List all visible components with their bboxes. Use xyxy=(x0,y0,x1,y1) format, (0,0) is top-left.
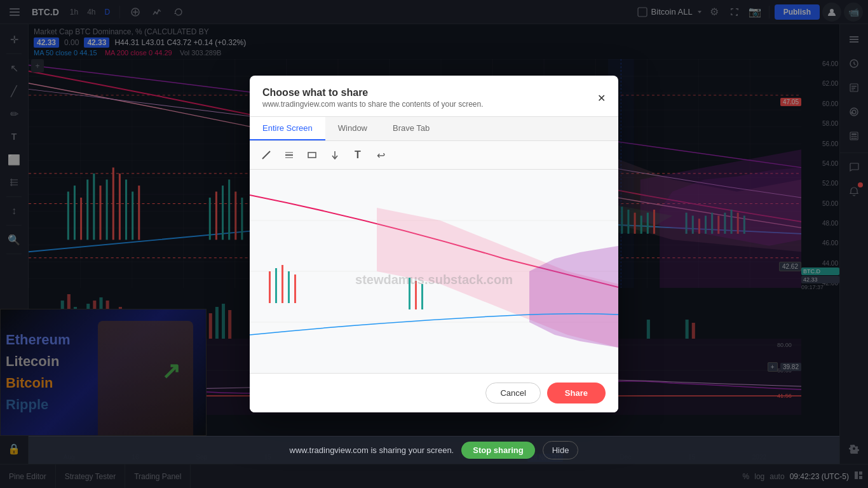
svg-rect-161 xyxy=(269,271,271,303)
svg-rect-165 xyxy=(294,274,296,303)
svg-rect-154 xyxy=(308,152,316,158)
svg-rect-168 xyxy=(421,284,423,309)
dialog-header: Choose what to share www.tradingview.com… xyxy=(250,76,618,117)
modal-overlay: Choose what to share www.tradingview.com… xyxy=(0,0,868,488)
dialog-title: Choose what to share xyxy=(262,87,484,98)
dialog-close-icon[interactable]: ✕ xyxy=(597,92,606,104)
screen-share-bar: www.tradingview.com is sharing your scre… xyxy=(29,436,839,464)
dialog-header-text: Choose what to share www.tradingview.com… xyxy=(262,87,484,109)
hide-button[interactable]: Hide xyxy=(543,441,579,459)
cancel-button[interactable]: Cancel xyxy=(485,383,540,403)
share-button[interactable]: Share xyxy=(547,383,606,403)
draw-horizontal-tool[interactable] xyxy=(280,146,298,164)
draw-line-tool[interactable] xyxy=(257,146,275,164)
tab-window[interactable]: Window xyxy=(325,117,380,140)
draw-arrow-tool[interactable] xyxy=(326,146,344,164)
dialog-content: stewdamus.substack.com xyxy=(250,170,618,373)
undo-tool[interactable]: ↩ xyxy=(372,146,390,164)
dialog-footer: Cancel Share xyxy=(250,373,618,412)
draw-rectangle-tool[interactable] xyxy=(303,146,321,164)
share-dialog: Choose what to share www.tradingview.com… xyxy=(250,76,618,412)
svg-rect-163 xyxy=(281,265,283,303)
preview-chart: stewdamus.substack.com xyxy=(250,170,618,373)
screen-share-message: www.tradingview.com is sharing your scre… xyxy=(290,445,454,455)
svg-line-150 xyxy=(262,151,270,159)
dialog-tools: T ↩ xyxy=(250,141,618,170)
dialog-subtitle: www.tradingview.com wants to share the c… xyxy=(262,100,484,109)
dialog-tabs: Entire Screen Window Brave Tab xyxy=(250,117,618,141)
stop-sharing-button[interactable]: Stop sharing xyxy=(461,442,534,459)
tab-entire-screen[interactable]: Entire Screen xyxy=(250,117,325,140)
text-dialog-tool[interactable]: T xyxy=(349,146,367,164)
svg-rect-164 xyxy=(288,271,290,303)
svg-text:stewdamus.substack.com: stewdamus.substack.com xyxy=(355,273,513,287)
tab-brave[interactable]: Brave Tab xyxy=(380,117,442,140)
svg-rect-162 xyxy=(275,268,277,303)
